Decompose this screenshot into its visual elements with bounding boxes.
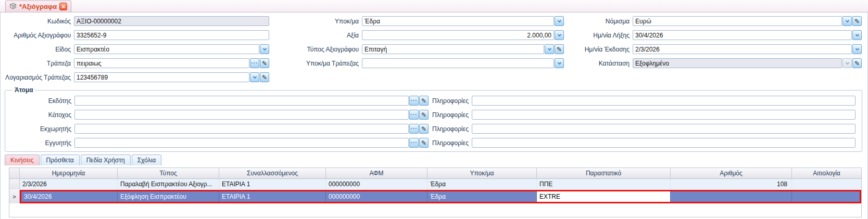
ekxoritis-info-field[interactable]	[472, 124, 855, 133]
logariasmos-edit-button[interactable]: ✎	[260, 72, 269, 82]
col-header-counterparty[interactable]: Συναλλασσόμενος	[219, 168, 326, 178]
col-header-reason[interactable]: Αιτιολογία	[792, 168, 861, 178]
eggyitis-edit-button[interactable]: ✎	[419, 138, 429, 148]
axia-dropdown-button[interactable]	[555, 30, 564, 40]
cell-reason	[792, 191, 860, 202]
tab-sxolia[interactable]: Σχόλια	[132, 154, 161, 165]
katoxos-label: Κάτοχος	[5, 111, 74, 119]
ekxoritis-edit-button[interactable]: ✎	[419, 124, 429, 134]
nomisma-edit-button[interactable]: ✎	[852, 16, 862, 26]
ekxoritis-info-label: Πληροφορίες	[429, 125, 472, 133]
form-panel: Κωδικός Υποκ/μα Νόμισμα ✎ Αριθμός Αξιογρ…	[0, 12, 868, 219]
nomisma-dropdown-button[interactable]	[842, 16, 852, 26]
katoxos-field[interactable]	[75, 110, 408, 119]
pencil-icon: ✎	[421, 111, 426, 119]
katastasi-dropdown-button	[842, 58, 852, 68]
eidos-field[interactable]	[74, 45, 259, 54]
typos-field[interactable]	[362, 45, 544, 54]
col-header-branch[interactable]: Υποκ/μα	[427, 168, 537, 178]
pencil-icon: ✎	[854, 18, 860, 25]
arithmos-field[interactable]	[74, 31, 269, 40]
logariasmos-dropdown-button[interactable]	[250, 72, 259, 82]
ekdotis-lookup-button[interactable]: ···	[409, 96, 419, 106]
tab-prostheta[interactable]: Πρόσθετα	[41, 154, 80, 165]
cube-icon	[9, 3, 17, 11]
trapeza-lookup-button[interactable]: ···	[250, 58, 259, 68]
hmnia-ekdosis-dropdown-button[interactable]	[852, 44, 862, 54]
chevron-down-icon	[855, 33, 860, 37]
kodikos-field[interactable]	[74, 17, 269, 25]
tab-title: *Αξιόγραφα	[19, 3, 57, 10]
nomisma-field[interactable]	[633, 17, 841, 25]
eidos-dropdown-button[interactable]	[260, 44, 269, 54]
typos-label: Τύπος Αξιογράφου	[269, 46, 362, 53]
ypokma-field[interactable]	[362, 17, 553, 25]
col-header-type[interactable]: Τύπος	[118, 168, 219, 178]
cell-date: 30/4/2026	[21, 191, 118, 202]
katastasi-edit-button[interactable]: ✎	[852, 58, 862, 68]
hmnia-ekdosis-label: Ημ/νία Έκδοσης	[564, 46, 633, 53]
pencil-icon: ✎	[421, 125, 426, 133]
ypokma-dropdown-button[interactable]	[555, 16, 564, 26]
col-header-document[interactable]: Παραστατικό	[537, 168, 671, 178]
tab-axiografa[interactable]: *Αξιόγραφα ✕	[5, 1, 71, 12]
atoma-row-eggyitis: Εγγυητής ··· ✎ Πληροφορίες	[5, 138, 859, 148]
ypokma-label: Υποκ/μα	[269, 18, 362, 25]
arithmos-label: Αριθμός Αξιογράφου	[1, 32, 74, 39]
ekxoritis-field[interactable]	[75, 124, 408, 133]
typos-dropdown-button[interactable]	[545, 44, 554, 54]
katoxos-edit-button[interactable]: ✎	[419, 110, 429, 120]
col-header-number[interactable]: Αριθμός	[671, 168, 792, 178]
katoxos-lookup-button[interactable]: ···	[409, 110, 419, 120]
trapeza-field[interactable]	[74, 59, 249, 68]
trapeza-edit-button[interactable]: ✎	[260, 58, 269, 68]
tab-kiniseis[interactable]: Κινήσεις	[5, 154, 40, 165]
hmnia-lixis-field[interactable]	[633, 31, 851, 40]
form-row: Κωδικός Υποκ/μα Νόμισμα ✎	[1, 16, 867, 26]
ekdotis-info-field[interactable]	[472, 96, 855, 105]
col-header-afm[interactable]: ΑΦΜ	[326, 168, 427, 178]
hmnia-lixis-label: Ημ/νία Λήξης	[564, 32, 633, 39]
chevron-down-icon	[262, 47, 267, 51]
typos-edit-button[interactable]: ✎	[555, 44, 564, 54]
close-icon[interactable]: ✕	[59, 3, 67, 10]
katastasi-label: Κατάσταση	[564, 60, 633, 67]
ellipsis-icon: ···	[411, 98, 418, 104]
form-row: Τράπεζα ··· ✎ Υποκ/μα Τράπεζας Κατάσταση…	[1, 58, 867, 68]
axia-label: Αξία	[269, 32, 362, 39]
ypokma-trapezas-dropdown-button[interactable]	[555, 58, 564, 68]
eggyitis-info-field[interactable]	[472, 138, 855, 147]
cell-branch: Έδρα	[427, 179, 537, 189]
ellipsis-icon: ···	[251, 60, 258, 66]
ekxoritis-lookup-button[interactable]: ···	[409, 124, 419, 134]
logariasmos-field[interactable]	[74, 73, 249, 82]
ypokma-trapezas-field[interactable]	[362, 59, 553, 68]
trapeza-label: Τράπεζα	[1, 60, 74, 67]
hmnia-lixis-dropdown-button[interactable]	[852, 30, 862, 40]
grid-corner-cell	[9, 168, 20, 178]
cell-document-editing[interactable]: EXTRE	[537, 191, 671, 202]
ekdotis-field[interactable]	[75, 96, 408, 105]
document-tabbar: *Αξιόγραφα ✕	[0, 0, 868, 12]
hmnia-ekdosis-field[interactable]	[633, 45, 851, 54]
axia-field[interactable]	[362, 31, 553, 40]
katastasi-field[interactable]	[633, 59, 841, 68]
row-selector-cell[interactable]	[9, 179, 20, 189]
table-row[interactable]: 2/3/2026 Παραλαβή Εισπρακτέου Αξιογρ... …	[9, 179, 861, 190]
cell-counterparty: ΕΤΑΙΡΙΑ 1	[219, 179, 326, 189]
ekdotis-edit-button[interactable]: ✎	[419, 96, 429, 106]
eggyitis-lookup-button[interactable]: ···	[409, 138, 419, 148]
col-header-date[interactable]: Ημερομηνία	[20, 168, 118, 178]
eggyitis-field[interactable]	[75, 138, 408, 147]
pencil-icon: ✎	[557, 46, 562, 53]
transactions-grid: Ημερομηνία Τύπος Συναλλασσόμενος ΑΦΜ Υπο…	[9, 168, 862, 217]
katoxos-info-field[interactable]	[472, 110, 855, 119]
table-row-selected[interactable]: > 30/4/2026 Εξόφληση Εισπρακτέου ΕΤΑΙΡΙΑ…	[9, 190, 861, 203]
tab-pedia-xristi[interactable]: Πεδία Χρήστη	[81, 154, 131, 165]
logariasmos-label: Λογαριασμός Τράπεζας	[1, 74, 74, 81]
pencil-icon: ✎	[421, 97, 426, 105]
pencil-icon: ✎	[421, 139, 426, 147]
ekdotis-label: Εκδότης	[5, 97, 74, 105]
row-selector-cell[interactable]: >	[9, 190, 20, 203]
cell-reason	[792, 179, 861, 189]
